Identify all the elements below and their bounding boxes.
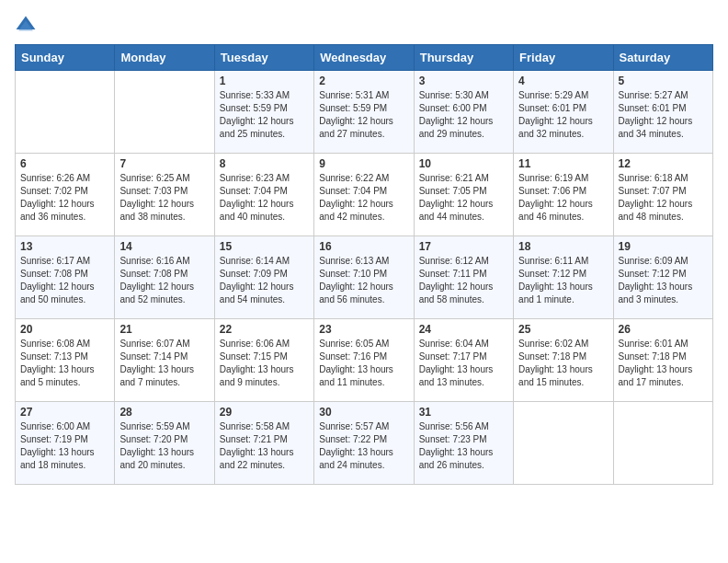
day-number: 23 <box>319 323 408 336</box>
day-number: 31 <box>419 406 508 419</box>
calendar-cell: 21Sunrise: 6:07 AMSunset: 7:14 PMDayligh… <box>115 319 214 402</box>
day-info: Sunrise: 6:22 AMSunset: 7:04 PMDaylight:… <box>319 172 408 224</box>
calendar-cell: 17Sunrise: 6:12 AMSunset: 7:11 PMDayligh… <box>414 236 513 319</box>
day-number: 20 <box>20 323 109 336</box>
calendar-cell: 23Sunrise: 6:05 AMSunset: 7:16 PMDayligh… <box>314 319 414 402</box>
calendar-cell: 11Sunrise: 6:19 AMSunset: 7:06 PMDayligh… <box>514 154 613 236</box>
day-number: 9 <box>319 157 408 170</box>
day-info: Sunrise: 5:56 AMSunset: 7:23 PMDaylight:… <box>419 420 508 472</box>
day-number: 2 <box>319 75 408 87</box>
day-number: 7 <box>119 157 209 170</box>
day-info: Sunrise: 6:19 AMSunset: 7:06 PMDaylight:… <box>518 172 608 224</box>
calendar-cell: 7Sunrise: 6:25 AMSunset: 7:03 PMDaylight… <box>115 154 214 236</box>
day-info: Sunrise: 6:05 AMSunset: 7:16 PMDaylight:… <box>319 338 408 389</box>
calendar-cell: 31Sunrise: 5:56 AMSunset: 7:23 PMDayligh… <box>414 402 513 485</box>
calendar-cell: 3Sunrise: 5:30 AMSunset: 6:00 PMDaylight… <box>414 71 513 154</box>
calendar-cell: 13Sunrise: 6:17 AMSunset: 7:08 PMDayligh… <box>16 236 115 319</box>
calendar-cell: 12Sunrise: 6:18 AMSunset: 7:07 PMDayligh… <box>613 154 712 236</box>
calendar-cell: 18Sunrise: 6:11 AMSunset: 7:12 PMDayligh… <box>514 236 613 319</box>
day-info: Sunrise: 6:21 AMSunset: 7:05 PMDaylight:… <box>419 172 508 224</box>
week-row-3: 20Sunrise: 6:08 AMSunset: 7:13 PMDayligh… <box>16 319 713 402</box>
day-number: 10 <box>419 157 508 170</box>
day-number: 18 <box>518 240 608 253</box>
calendar-cell: 22Sunrise: 6:06 AMSunset: 7:15 PMDayligh… <box>214 319 313 402</box>
logo <box>15 15 40 37</box>
day-info: Sunrise: 6:06 AMSunset: 7:15 PMDaylight:… <box>220 338 309 389</box>
day-info: Sunrise: 6:02 AMSunset: 7:18 PMDaylight:… <box>518 338 608 389</box>
calendar-cell: 15Sunrise: 6:14 AMSunset: 7:09 PMDayligh… <box>214 236 313 319</box>
calendar-cell <box>613 402 712 485</box>
header-day-tuesday: Tuesday <box>214 45 313 71</box>
calendar-cell: 14Sunrise: 6:16 AMSunset: 7:08 PMDayligh… <box>115 236 214 319</box>
calendar-header: SundayMondayTuesdayWednesdayThursdayFrid… <box>16 45 713 71</box>
day-number: 27 <box>20 406 109 419</box>
day-number: 1 <box>220 75 309 87</box>
day-info: Sunrise: 6:25 AMSunset: 7:03 PMDaylight:… <box>119 172 209 224</box>
day-info: Sunrise: 6:07 AMSunset: 7:14 PMDaylight:… <box>119 338 209 389</box>
header-day-monday: Monday <box>115 45 214 71</box>
day-number: 6 <box>20 157 109 170</box>
calendar-cell: 26Sunrise: 6:01 AMSunset: 7:18 PMDayligh… <box>613 319 712 402</box>
calendar-cell: 8Sunrise: 6:23 AMSunset: 7:04 PMDaylight… <box>214 154 313 236</box>
day-number: 3 <box>419 75 508 87</box>
day-number: 16 <box>319 240 408 253</box>
day-info: Sunrise: 6:12 AMSunset: 7:11 PMDaylight:… <box>419 255 508 306</box>
calendar-cell: 10Sunrise: 6:21 AMSunset: 7:05 PMDayligh… <box>414 154 513 236</box>
week-row-0: 1Sunrise: 5:33 AMSunset: 5:59 PMDaylight… <box>16 71 713 154</box>
calendar-cell: 28Sunrise: 5:59 AMSunset: 7:20 PMDayligh… <box>115 402 214 485</box>
calendar-cell: 5Sunrise: 5:27 AMSunset: 6:01 PMDaylight… <box>613 71 712 154</box>
page-header <box>15 15 713 37</box>
day-number: 28 <box>119 406 209 419</box>
day-info: Sunrise: 5:59 AMSunset: 7:20 PMDaylight:… <box>119 420 209 472</box>
week-row-2: 13Sunrise: 6:17 AMSunset: 7:08 PMDayligh… <box>16 236 713 319</box>
header-day-sunday: Sunday <box>16 45 115 71</box>
calendar-cell: 25Sunrise: 6:02 AMSunset: 7:18 PMDayligh… <box>514 319 613 402</box>
day-info: Sunrise: 5:57 AMSunset: 7:22 PMDaylight:… <box>319 420 408 472</box>
day-number: 11 <box>518 157 608 170</box>
calendar-body: 1Sunrise: 5:33 AMSunset: 5:59 PMDaylight… <box>16 71 713 485</box>
calendar-cell: 20Sunrise: 6:08 AMSunset: 7:13 PMDayligh… <box>16 319 115 402</box>
day-info: Sunrise: 6:18 AMSunset: 7:07 PMDaylight:… <box>619 172 708 224</box>
header-day-friday: Friday <box>514 45 613 71</box>
calendar-cell: 1Sunrise: 5:33 AMSunset: 5:59 PMDaylight… <box>214 71 313 154</box>
day-info: Sunrise: 6:01 AMSunset: 7:18 PMDaylight:… <box>619 338 708 389</box>
calendar-cell <box>514 402 613 485</box>
day-number: 5 <box>619 75 708 87</box>
day-info: Sunrise: 6:16 AMSunset: 7:08 PMDaylight:… <box>119 255 209 306</box>
calendar-cell: 16Sunrise: 6:13 AMSunset: 7:10 PMDayligh… <box>314 236 414 319</box>
day-number: 21 <box>119 323 209 336</box>
day-number: 12 <box>619 157 708 170</box>
day-number: 17 <box>419 240 508 253</box>
day-number: 19 <box>619 240 708 253</box>
calendar-cell: 27Sunrise: 6:00 AMSunset: 7:19 PMDayligh… <box>16 402 115 485</box>
header-day-wednesday: Wednesday <box>314 45 414 71</box>
day-info: Sunrise: 6:17 AMSunset: 7:08 PMDaylight:… <box>20 255 109 306</box>
day-info: Sunrise: 5:29 AMSunset: 6:01 PMDaylight:… <box>518 89 608 141</box>
calendar-cell: 29Sunrise: 5:58 AMSunset: 7:21 PMDayligh… <box>214 402 313 485</box>
day-info: Sunrise: 6:14 AMSunset: 7:09 PMDaylight:… <box>220 255 309 306</box>
header-row: SundayMondayTuesdayWednesdayThursdayFrid… <box>16 45 713 71</box>
day-info: Sunrise: 5:33 AMSunset: 5:59 PMDaylight:… <box>220 89 309 141</box>
day-number: 26 <box>619 323 708 336</box>
calendar-cell: 30Sunrise: 5:57 AMSunset: 7:22 PMDayligh… <box>314 402 414 485</box>
day-info: Sunrise: 5:58 AMSunset: 7:21 PMDaylight:… <box>220 420 309 472</box>
day-info: Sunrise: 6:13 AMSunset: 7:10 PMDaylight:… <box>319 255 408 306</box>
day-number: 30 <box>319 406 408 419</box>
week-row-4: 27Sunrise: 6:00 AMSunset: 7:19 PMDayligh… <box>16 402 713 485</box>
day-info: Sunrise: 6:26 AMSunset: 7:02 PMDaylight:… <box>20 172 109 224</box>
logo-icon <box>15 15 37 37</box>
day-info: Sunrise: 6:23 AMSunset: 7:04 PMDaylight:… <box>220 172 309 224</box>
day-number: 14 <box>119 240 209 253</box>
day-number: 4 <box>518 75 608 87</box>
calendar-cell: 6Sunrise: 6:26 AMSunset: 7:02 PMDaylight… <box>16 154 115 236</box>
day-info: Sunrise: 5:30 AMSunset: 6:00 PMDaylight:… <box>419 89 508 141</box>
day-info: Sunrise: 6:09 AMSunset: 7:12 PMDaylight:… <box>619 255 708 306</box>
header-day-saturday: Saturday <box>613 45 712 71</box>
day-info: Sunrise: 5:27 AMSunset: 6:01 PMDaylight:… <box>619 89 708 141</box>
calendar-table: SundayMondayTuesdayWednesdayThursdayFrid… <box>15 44 713 485</box>
day-info: Sunrise: 6:00 AMSunset: 7:19 PMDaylight:… <box>20 420 109 472</box>
calendar-cell: 19Sunrise: 6:09 AMSunset: 7:12 PMDayligh… <box>613 236 712 319</box>
calendar-cell: 24Sunrise: 6:04 AMSunset: 7:17 PMDayligh… <box>414 319 513 402</box>
day-number: 8 <box>220 157 309 170</box>
calendar-cell: 9Sunrise: 6:22 AMSunset: 7:04 PMDaylight… <box>314 154 414 236</box>
